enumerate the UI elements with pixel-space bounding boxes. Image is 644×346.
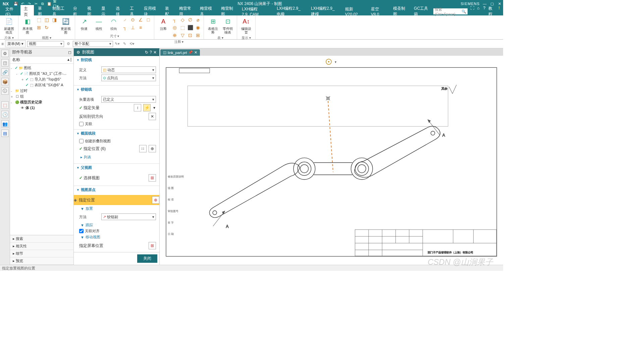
specify-position-label[interactable]: 指定位置 (6) — [79, 146, 137, 152]
tree-node[interactable]: ✓⬚表区域 "SX@6" A — [11, 82, 73, 88]
filter-combo-1[interactable]: 视图▾ — [27, 41, 64, 47]
specify-vector-label[interactable]: 指定矢量 — [79, 105, 132, 111]
ribbon-small-button[interactable]: □ — [145, 16, 152, 23]
filter-icon[interactable]: ⚙ — [65, 41, 71, 47]
section-hinge-header[interactable]: ▼铰链线 — [74, 86, 159, 93]
ribbon-button[interactable]: ↗快速 — [77, 16, 91, 31]
ribbon-button[interactable]: 📄新建图纸页 — [2, 16, 16, 35]
fold-checkbox[interactable]: 创建折叠剖视图 — [79, 139, 156, 144]
ribbon-small-button[interactable]: ◎ — [171, 24, 178, 31]
info-icon[interactable]: ! — [497, 6, 501, 10]
ribbon-group-label[interactable]: 表 ▾ — [206, 35, 235, 40]
placement-toggle[interactable]: ▼放置 — [79, 205, 156, 212]
section-origin-header[interactable]: ▼视图原点 — [74, 186, 159, 194]
command-search[interactable]: 搜索 (Ctrl+Space) 🔍 — [433, 8, 468, 14]
ribbon-group-label[interactable]: 视图 ▾ — [20, 35, 73, 40]
nav-accordion[interactable]: ▸ 预览 — [10, 257, 73, 265]
ribbon-small-button[interactable]: ⬚ — [35, 16, 43, 23]
tb-icon-3[interactable]: ⟲▾ — [129, 41, 135, 47]
ribbon-small-button[interactable]: ≡ — [137, 24, 144, 31]
align-checkbox[interactable]: 关联对齐 — [79, 229, 156, 234]
ribbon-small-button[interactable]: ⬚ — [179, 24, 186, 31]
ribbon-tab[interactable]: 星空 V8.0 — [368, 5, 389, 18]
ribbon-button[interactable]: A注释 — [156, 16, 170, 31]
vector-picker-icon[interactable]: ↕ — [134, 104, 141, 111]
tb-icon-2[interactable]: ✎ — [122, 41, 128, 47]
screen-pos-button[interactable]: ⊞ — [149, 242, 156, 249]
point-picker-icon[interactable]: ∷ — [139, 145, 147, 152]
ribbon-small-button[interactable]: ∠ — [137, 16, 144, 23]
rail-roles-icon[interactable]: 👥 — [1, 120, 9, 128]
nav-accordion[interactable]: ▸ 搜索 — [10, 235, 73, 243]
section-seg-header[interactable]: ▼截面线段 — [74, 130, 159, 137]
tracking-toggle[interactable]: ▼跟踪 — [79, 221, 156, 229]
ribbon-tab[interactable]: 能新 V20.02 — [342, 5, 367, 18]
ribbon-small-button[interactable]: ∅ — [186, 16, 194, 23]
rail-clock-icon[interactable]: 🕓 — [1, 111, 9, 118]
ribbon-group-label[interactable]: 片体 ▾ — [2, 35, 16, 40]
ribbon-small-button[interactable]: ┐ — [171, 16, 178, 23]
nav-accordion[interactable]: ▸ 相关性 — [10, 243, 73, 250]
tree-node[interactable]: -🟢模型历史记录 — [11, 99, 73, 105]
ribbon-small-button[interactable]: ◇ — [179, 16, 186, 23]
dialog-close-icon[interactable]: ✕ — [153, 50, 157, 55]
menu-hamburger-icon[interactable]: ≡ — [1, 42, 4, 46]
rail-draft-icon[interactable]: ▤ — [1, 130, 9, 137]
ribbon-small-button[interactable]: ◨ — [51, 16, 58, 23]
fullscreen-icon[interactable]: ⛶ — [470, 6, 474, 10]
menu-button[interactable]: 菜单(M) ▾ — [5, 40, 26, 47]
tree-node[interactable]: -✓📄图纸页 "A3_1" (工作-... — [11, 71, 73, 77]
ribbon-group-label[interactable]: 显示 ▾ — [239, 35, 253, 40]
method-combo[interactable]: ⊙ 点到点▾ — [101, 75, 156, 81]
rail-help-icon[interactable]: ⓘ — [1, 87, 9, 95]
place-method-combo[interactable]: ↗ 铰链副▾ — [101, 213, 156, 220]
ribbon-small-button[interactable]: ⊕ — [171, 32, 178, 39]
dialog-close-button[interactable]: 关闭 — [137, 254, 157, 263]
ribbon-small-button[interactable]: ⊥ — [129, 24, 137, 31]
select-view-label[interactable]: 选择视图 — [79, 175, 147, 181]
section-parent-header[interactable]: ▼父视图 — [74, 164, 159, 171]
orientation-triad-icon[interactable]: ▾ — [325, 58, 338, 66]
close-icon[interactable]: ✕ — [497, 1, 502, 6]
definition-combo[interactable]: ◫ 动态▾ — [101, 66, 156, 73]
ribbon-button[interactable]: ◧基本视图 — [20, 16, 35, 35]
ribbon-small-button[interactable]: ⊞ — [35, 24, 43, 31]
tree-node[interactable]: -✓📁图纸 — [11, 65, 73, 71]
ribbon-small-button[interactable]: ⬛ — [186, 24, 194, 31]
navigator-pin-icon[interactable]: ◻ — [68, 50, 71, 55]
tb-icon-1[interactable]: ✎▾ — [114, 41, 120, 47]
rail-part-navigator-icon[interactable]: ⚙ — [1, 50, 9, 57]
ribbon-button[interactable]: 🔄更新视图 — [59, 16, 73, 35]
help-home-icon[interactable]: ⌂ — [476, 6, 480, 10]
dialog-help-icon[interactable]: ? — [150, 50, 152, 55]
ribbon-small-button[interactable]: ▽ — [179, 32, 186, 39]
navigator-tree[interactable]: -✓📁图纸-✓📄图纸页 "A3_1" (工作-...+✓⬚导入的 "Top@5"… — [10, 64, 73, 235]
move-view-toggle[interactable]: ▼移动视图 — [79, 234, 156, 241]
ribbon-tab[interactable]: LXH编程2.9_建模 — [308, 5, 341, 18]
ribbon-group-label[interactable]: 注释 ▾ — [156, 39, 202, 44]
ribbon-small-button[interactable]: ⊡ — [186, 32, 194, 39]
tree-node[interactable]: -📁过时 — [11, 88, 73, 94]
minimize-icon[interactable]: — — [482, 1, 487, 6]
ribbon-small-button[interactable]: ⟋ — [121, 16, 129, 23]
tree-node[interactable]: +✓⬚导入的 "Top@5" — [11, 77, 73, 82]
specify-location-button[interactable]: ⊕ — [152, 196, 159, 204]
tutorial-label[interactable]: 教程 — [488, 6, 495, 17]
drawing-canvas[interactable]: ▾ 其余 — [160, 56, 503, 265]
ribbon-small-button[interactable]: ⊞ — [194, 32, 202, 39]
ribbon-small-button[interactable]: ◫ — [43, 16, 50, 23]
specify-location-row[interactable]: ◈ 指定位置 ⊕ — [74, 195, 159, 205]
nav-accordion[interactable]: ▸ 细节 — [10, 250, 73, 257]
file-tab[interactable]: ◫ link_part.prt 📌 ✕ — [160, 49, 200, 56]
rail-reuse-icon[interactable]: 📦 — [1, 78, 9, 85]
select-view-button[interactable]: ⊞ — [149, 174, 156, 182]
tree-node[interactable]: +☐组 — [11, 94, 73, 99]
section-cutline-header[interactable]: ▼剖切线 — [74, 56, 159, 64]
point-target-icon[interactable]: ⊕ — [149, 145, 156, 152]
ribbon-small-button[interactable]: ◉ — [194, 24, 202, 31]
rail-constraint-icon[interactable]: 🔗 — [1, 68, 9, 76]
ribbon-button[interactable]: ⊡零件明细表 — [221, 16, 235, 35]
nav-column-name[interactable]: 名称 — [12, 57, 67, 63]
vector-auto-icon[interactable]: ⚡ — [143, 104, 151, 111]
maximize-icon[interactable]: ▢ — [490, 1, 494, 6]
